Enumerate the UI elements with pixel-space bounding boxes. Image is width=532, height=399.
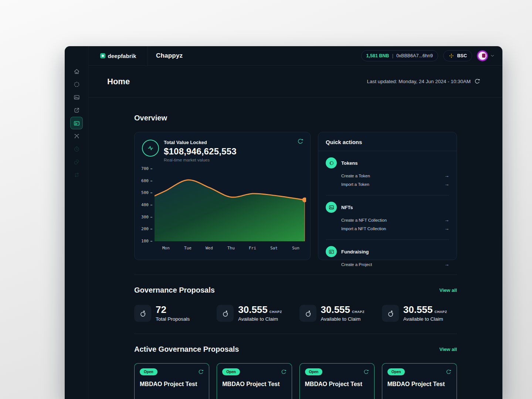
sidebar-item-coins[interactable]	[70, 156, 83, 168]
list-icon	[326, 246, 337, 257]
status-badge: Open	[387, 368, 405, 375]
arrow-right-icon: →	[444, 218, 449, 222]
avatar	[477, 51, 488, 61]
governance-icon	[299, 305, 316, 322]
quick-actions-group-tokens: Tokens Create a Token → Import a Token →	[326, 151, 449, 195]
bnb-icon	[448, 53, 454, 59]
sidebar	[65, 46, 89, 399]
tvl-subtitle: Real-time market values	[164, 158, 237, 162]
action-create-nft-collection[interactable]: Create a NFT Collection →	[341, 216, 449, 224]
overview-heading: Overview	[134, 114, 457, 122]
activity-pulse-icon	[142, 140, 159, 157]
stat-total-proposals: 72 Total Proposals	[134, 305, 209, 322]
coin-icon	[326, 157, 337, 168]
stat-available-to-claim: 30.555CHAPZ Available to Claim	[217, 305, 292, 322]
status-badge: Open	[222, 368, 240, 375]
governance-icon	[134, 305, 151, 322]
tvl-value: $108,946,625,553	[164, 146, 237, 157]
arrow-right-icon: →	[444, 226, 449, 231]
proposal-title: MBDAO Project Test	[305, 381, 369, 388]
action-create-project[interactable]: Create a Project →	[341, 260, 449, 269]
governance-view-all-link[interactable]: View all	[440, 287, 457, 293]
wallet-address: 0xBBB6A7...6hn9	[396, 53, 433, 58]
section-divider	[134, 334, 457, 334]
sidebar-item-share[interactable]	[70, 104, 83, 116]
stat-available-to-claim: 30.555CHAPZ Available to Claim	[382, 305, 457, 322]
sidebar-item-swap[interactable]	[70, 168, 83, 181]
coins-icon	[73, 158, 80, 166]
refresh-icon[interactable]	[474, 78, 480, 85]
topbar: deepfabrik Chappyz 1,581 BNB | 0xBBB6A7.…	[89, 46, 502, 66]
proposal-title: MBDAO Project Test	[140, 381, 204, 388]
wallet-pill[interactable]: 1,581 BNB | 0xBBB6A7...6hn9	[361, 50, 438, 61]
proposal-card[interactable]: Open MBDAO Project Test	[299, 363, 375, 399]
sidebar-item-fundraising[interactable]	[70, 117, 83, 129]
sidebar-item-history[interactable]	[70, 143, 83, 155]
quick-actions-group-fundraising: Fundraising Create a Project →	[326, 240, 449, 275]
governance-icon	[382, 305, 399, 322]
action-import-token[interactable]: Import a Token →	[341, 180, 449, 188]
quick-actions-title: Quick actions	[318, 132, 457, 151]
tvl-label: Total Value Locked	[164, 140, 237, 145]
image-icon	[326, 202, 337, 213]
chevron-down-icon	[490, 53, 495, 58]
sidebar-item-nfts[interactable]	[70, 91, 83, 103]
network-icon	[73, 133, 80, 140]
proposal-title: MBDAO Project Test	[222, 381, 286, 388]
account-menu-button[interactable]	[477, 51, 495, 61]
stat-available-to-claim: 30.555CHAPZ Available to Claim	[299, 305, 375, 322]
nft-image-icon	[73, 94, 80, 101]
network-label: BSC	[457, 53, 467, 58]
token-circle-icon	[73, 81, 80, 88]
brand-logo-icon	[100, 53, 105, 58]
refresh-icon[interactable]	[198, 369, 204, 375]
status-badge: Open	[140, 368, 157, 375]
home-icon	[73, 68, 80, 75]
governance-icon	[217, 305, 234, 322]
active-proposals-list: Open MBDAO Project Test Open MBDAO Proje…	[134, 363, 457, 399]
chart-y-axis: 700 600 500 400 300 200 100	[139, 167, 152, 244]
wallet-separator: |	[392, 53, 393, 58]
tvl-chart-card: Total Value Locked $108,946,625,553 Real…	[134, 132, 311, 260]
sidebar-item-tokens[interactable]	[70, 78, 83, 91]
wallet-balance: 1,581 BNB	[366, 53, 389, 58]
refresh-icon[interactable]	[363, 369, 369, 375]
action-create-token[interactable]: Create a Token →	[341, 171, 449, 180]
history-clock-icon	[73, 146, 80, 153]
action-import-nft-collection[interactable]: Import a NFT Collection →	[341, 224, 449, 233]
app-title: Chappyz	[156, 52, 183, 59]
proposal-card[interactable]: Open MBDAO Project Test	[382, 363, 457, 399]
chart-x-axis: Mon Tue Wed Thu Fri Sat Sun	[155, 246, 306, 252]
swap-icon	[73, 171, 80, 178]
page-header: Home Last updated: Monday, 24 Jun 2024 -…	[89, 66, 502, 98]
brand-logo[interactable]: deepfabrik	[89, 46, 148, 65]
proposal-card[interactable]: Open MBDAO Project Test	[134, 363, 209, 399]
tvl-chart: 700 600 500 400 300 200 100	[135, 167, 310, 252]
arrow-right-icon: →	[444, 173, 449, 178]
main-content: Overview Total Value Locked $108,946,625…	[89, 98, 502, 399]
refresh-icon[interactable]	[445, 369, 451, 375]
proposal-title: MBDAO Project Test	[387, 381, 451, 388]
network-pill[interactable]: BSC	[443, 50, 472, 61]
brand-name: deepfabrik	[108, 53, 136, 59]
share-icon	[73, 107, 80, 114]
last-updated-text: Last updated: Monday, 24 Jun 2024 - 10:3…	[367, 79, 471, 84]
page-title: Home	[107, 77, 130, 86]
active-proposals-view-all-link[interactable]: View all	[440, 347, 457, 352]
governance-heading: Governance Proposals	[134, 286, 215, 294]
tvl-refresh-icon[interactable]	[297, 138, 304, 145]
proposal-card[interactable]: Open MBDAO Project Test	[217, 363, 292, 399]
sidebar-item-network[interactable]	[70, 130, 83, 142]
sidebar-item-home[interactable]	[70, 65, 83, 78]
active-proposals-heading: Active Governance Proposals	[134, 345, 239, 354]
arrow-right-icon: →	[444, 182, 449, 187]
governance-stats: 72 Total Proposals 30.555CHAPZ Available…	[134, 305, 457, 322]
quick-actions-group-nfts: NFTs Create a NFT Collection → Import a …	[326, 195, 449, 240]
quick-actions-card: Quick actions Tokens Create a Token →	[318, 132, 457, 260]
app-window: deepfabrik Chappyz 1,581 BNB | 0xBBB6A7.…	[65, 46, 502, 399]
status-badge: Open	[305, 368, 323, 375]
fundraising-list-icon	[73, 120, 80, 127]
refresh-icon[interactable]	[281, 369, 287, 375]
arrow-right-icon: →	[444, 262, 449, 267]
